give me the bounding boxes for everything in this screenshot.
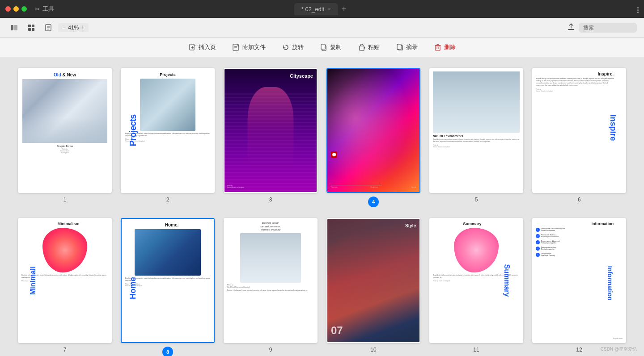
- pages-grid: Old & New Oragnio Forms Photo byDarcey H…: [18, 68, 626, 356]
- page6-vertical: Inspire: [608, 115, 618, 141]
- insert-page-icon: [188, 43, 196, 51]
- page12-vertical: Information: [606, 266, 614, 300]
- page1-caption: Photo byDarcey Halcotton Unsplash: [22, 148, 107, 154]
- page-content-1: Old & New Oragnio Forms Photo byDarcey H…: [19, 69, 111, 192]
- page-thumb-12[interactable]: Information Information 1 Distributed & …: [532, 218, 626, 356]
- close-window-button[interactable]: [5, 6, 11, 12]
- svg-rect-4: [28, 28, 31, 31]
- insert-page-label: 插入页: [199, 43, 216, 51]
- sidebar-icon: [11, 24, 18, 31]
- search-input[interactable]: [579, 23, 637, 33]
- page11-title: Summary: [433, 222, 520, 226]
- page-card-7[interactable]: Minimalism Minimali Biophilic is the hum…: [18, 218, 112, 343]
- page-card-12[interactable]: Information Information 1 Distributed & …: [532, 218, 626, 343]
- page-card-9[interactable]: Biophilic designcan reduce stress,enhanc…: [224, 218, 318, 343]
- page-thumb-7[interactable]: Minimalism Minimali Biophilic is the hum…: [18, 218, 112, 356]
- page-card-1[interactable]: Old & New Oragnio Forms Photo byDarcey H…: [18, 68, 112, 193]
- paste-button[interactable]: 粘贴: [354, 42, 383, 53]
- page-content-5: Natural Environments Biophilic design ca…: [430, 69, 522, 192]
- page-thumb-4[interactable]: FreseninseNaughtinessTaprecia 4: [326, 68, 420, 207]
- extract-label: 摘录: [406, 43, 418, 51]
- page-content-12: Information Information 1 Distributed & …: [533, 219, 625, 342]
- page7-title: Minimalism: [21, 222, 108, 226]
- page-thumb-6[interactable]: Inspire. Inspire Biophilic design can re…: [532, 68, 626, 207]
- zoom-control: − 41% +: [58, 23, 89, 32]
- page-thumb-3[interactable]: Cityscape Photo bySimone Hutsch on Unspl…: [224, 68, 318, 207]
- active-tab[interactable]: * 02_edit ×: [294, 3, 338, 15]
- page1-title: Old & New: [22, 72, 107, 77]
- insert-page-button[interactable]: 插入页: [185, 42, 220, 53]
- page1-image: [22, 79, 107, 143]
- page-thumb-8[interactable]: Home. Home Biophilic is the humanist's i…: [121, 218, 215, 356]
- page-card-5[interactable]: Natural Environments Biophilic design ca…: [429, 68, 523, 193]
- page-thumb-5[interactable]: Natural Environments Biophilic design ca…: [429, 68, 523, 207]
- page4-gradient-overlay: [327, 69, 419, 192]
- rotate-label: 旋转: [292, 43, 304, 51]
- maximize-window-button[interactable]: [21, 6, 27, 12]
- page-content-9: Biophilic designcan reduce stress,enhanc…: [225, 219, 317, 342]
- svg-rect-22: [436, 46, 440, 50]
- sidebar-toggle-button[interactable]: [7, 22, 21, 33]
- svg-rect-20: [360, 46, 364, 50]
- page-number-6: 6: [578, 197, 581, 203]
- page8-caption: Photos: Roberto Nickson,Freek Bloemen on…: [125, 283, 210, 287]
- svg-rect-21: [397, 44, 401, 50]
- page9-image: [240, 233, 301, 283]
- zoom-plus-button[interactable]: +: [80, 24, 86, 31]
- page-number-12: 12: [576, 347, 582, 353]
- page-card-11[interactable]: Summary Summary Biophilic is the humanis…: [429, 218, 523, 343]
- svg-rect-10: [568, 29, 574, 30]
- copy-button[interactable]: 复制: [316, 42, 345, 53]
- page2-image: [140, 79, 195, 131]
- grid-view-button[interactable]: [24, 22, 38, 33]
- paste-label: 粘贴: [368, 43, 380, 51]
- minimize-window-button[interactable]: [13, 6, 19, 12]
- page-content-6: Inspire. Inspire Biophilic design can re…: [533, 69, 625, 192]
- page8-vertical: Home: [128, 277, 138, 299]
- extract-button[interactable]: 摘录: [392, 42, 421, 53]
- page7-flower: [42, 228, 88, 272]
- page-content-4: FreseninseNaughtinessTaprecia: [327, 69, 419, 192]
- page-card-4[interactable]: FreseninseNaughtinessTaprecia: [326, 68, 420, 193]
- page-thumb-10[interactable]: Style 07 10: [326, 218, 420, 356]
- tab-close-button[interactable]: ×: [328, 6, 330, 12]
- page-thumb-11[interactable]: Summary Summary Biophilic is the humanis…: [429, 218, 523, 356]
- rotate-button[interactable]: 旋转: [278, 42, 307, 53]
- delete-label: 删除: [444, 43, 456, 51]
- zoom-minus-button[interactable]: −: [61, 24, 67, 31]
- page6-title: Inspire.: [536, 71, 623, 76]
- page3-caption: Photo bySimone Hutsch on Unsplash: [227, 185, 244, 188]
- page-card-10[interactable]: Style 07: [326, 218, 420, 343]
- scissors-icon: ✂: [35, 6, 40, 13]
- upload-button[interactable]: [567, 23, 575, 33]
- delete-button[interactable]: 删除: [430, 42, 459, 53]
- page-content-2: Projects Projects Biophilic is the human…: [122, 69, 214, 192]
- page8-body: Biophilic is the humanist's innate biolo…: [125, 277, 210, 282]
- top-toolbar: − 41% +: [0, 18, 644, 38]
- page1-subtitle: Oragnio Forms: [22, 145, 107, 147]
- page-card-3[interactable]: Cityscape Photo bySimone Hutsch on Unspl…: [224, 68, 318, 193]
- page-thumb-1[interactable]: Old & New Oragnio Forms Photo byDarcey H…: [18, 68, 112, 207]
- page-view-button[interactable]: [41, 22, 55, 33]
- page-content-3: Cityscape Photo bySimone Hutsch on Unspl…: [225, 69, 317, 192]
- copy-icon: [320, 43, 328, 51]
- page5-caption: Photo bySimone Hutsch on Unsplash: [433, 144, 520, 148]
- page-number-3: 3: [269, 197, 272, 203]
- attach-file-icon: [232, 43, 240, 51]
- page-icon: [45, 24, 52, 31]
- page7-vertical: Minimali: [29, 266, 37, 295]
- page-card-8[interactable]: Home. Home Biophilic is the humanist's i…: [121, 218, 215, 343]
- page12-list: 1 Distributed & Classification systemVis…: [536, 228, 623, 257]
- page5-title: Natural Environments: [433, 134, 520, 138]
- page-card-6[interactable]: Inspire. Inspire Biophilic design can re…: [532, 68, 626, 193]
- attach-file-button[interactable]: 附加文件: [229, 42, 269, 53]
- page-thumb-2[interactable]: Projects Projects Biophilic is the human…: [121, 68, 215, 207]
- add-tab-button[interactable]: +: [338, 4, 350, 14]
- page8-title: Home.: [125, 222, 210, 227]
- page-thumb-9[interactable]: Biophilic designcan reduce stress,enhanc…: [224, 218, 318, 356]
- tools-menu[interactable]: ✂ 工具: [35, 5, 54, 13]
- watermark: CSDN @星空爱忆: [601, 346, 637, 352]
- page-card-2[interactable]: Projects Projects Biophilic is the human…: [121, 68, 215, 193]
- page11-vertical: Summary: [503, 264, 511, 297]
- zoom-level: 41%: [68, 25, 79, 31]
